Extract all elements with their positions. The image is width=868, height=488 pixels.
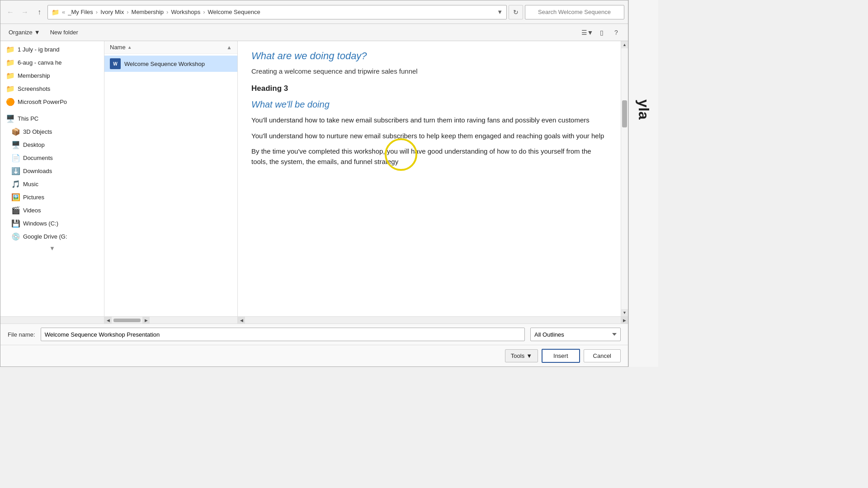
address-folder-icon: 📁 [52,9,59,16]
help-icon: ? [614,29,618,36]
folder-icon-screenshots: 📁 [6,84,15,93]
scroll-down-button[interactable]: ▼ [621,309,628,316]
sidebar-scroll-down[interactable]: ▼ [0,243,104,253]
preview-heading2: What we'll be doing [251,99,607,110]
scroll-thumb-area [621,48,628,309]
sidebar-item-videos[interactable]: 🎬 Videos [0,204,104,217]
sidebar-item-label-july: 1 July - ig brand [18,46,60,53]
pictures-icon: 🖼️ [11,193,20,202]
sidebar-item-label-desktop: Desktop [23,141,45,148]
hscroll-thumb [113,319,141,322]
refresh-button[interactable]: ↻ [509,5,523,19]
sort-arrow-icon: ▲ [127,45,132,50]
search-input[interactable] [525,5,624,19]
preview-pane-icon: ▯ [600,29,604,36]
path-ivory-mix: Ivory Mix [100,9,124,15]
preview-hscroll-right[interactable]: ▶ [621,317,628,324]
sidebar-item-label-windows-c: Windows (C:) [23,220,58,227]
view-options-button[interactable]: ☰ ▼ [581,26,594,39]
sidebar-item-label-downloads: Downloads [23,168,52,174]
sidebar-item-pictures[interactable]: 🖼️ Pictures [0,191,104,204]
column-name-label: Name [110,44,126,51]
sidebar-item-label-3d: 3D Objects [23,128,52,135]
sidebar-item-this-pc[interactable]: 🖥️ This PC [0,112,104,125]
tools-button[interactable]: Tools ▼ [505,349,538,362]
word-icon: W [110,58,121,69]
preview-hscroll-left[interactable]: ◀ [238,317,245,324]
file-panel: Name ▲ ▲ W Welcome Sequence Workshop [104,41,238,316]
filetype-dropdown[interactable]: All Outlines Word Documents All Files [530,328,621,341]
desktop-icon: 🖥️ [11,141,20,149]
folder-icon-july: 📁 [6,45,15,54]
videos-icon: 🎬 [11,206,20,215]
pptx-icon: 🟠 [6,98,15,106]
forward-button[interactable]: → [19,6,31,19]
tools-dropdown-icon: ▼ [526,352,532,359]
drive-icon-google: 💿 [11,232,20,241]
main-area: 📁 1 July - ig brand 📁 6-aug - canva he 📁… [0,41,628,316]
sidebar-item-desktop[interactable]: 🖥️ Desktop [0,138,104,151]
file-panel-scroll-up[interactable]: ▲ [226,44,232,51]
preview-area: What are we doing today? Creating a welc… [238,41,628,316]
sidebar-item-documents[interactable]: 📄 Documents [0,151,104,164]
preview-panel: What are we doing today? Creating a welc… [238,41,621,316]
preview-subtitle: Creating a welcome sequence and tripwire… [251,67,607,75]
downloads-icon: ⬇️ [11,167,20,175]
preview-pane-button[interactable]: ▯ [595,26,608,39]
sidebar-item-july-ig-brand[interactable]: 📁 1 July - ig brand [0,43,104,56]
sidebar-item-label-this-pc: This PC [18,115,38,122]
sidebar-item-downloads[interactable]: ⬇️ Downloads [0,164,104,178]
insert-label: Insert [553,352,568,359]
address-bar[interactable]: 📁 « _My Files › Ivory Mix › Membership ›… [47,5,507,19]
sidebar-item-label-google-drive: Google Drive (G: [23,233,67,240]
file-item-name: Welcome Sequence Workshop [124,61,205,67]
organize-dropdown-icon: ▼ [34,29,40,36]
folder-icon-6aug: 📁 [6,58,15,67]
file-panel-hscroll: ◀ ▶ [104,317,238,324]
back-button[interactable]: ← [4,6,17,19]
insert-button[interactable]: Insert [542,349,580,363]
filename-input[interactable] [41,328,525,341]
sidebar-item-6-aug[interactable]: 📁 6-aug - canva he [0,56,104,69]
sidebar-item-music[interactable]: 🎵 Music [0,178,104,191]
hscroll-right-button[interactable]: ▶ [142,317,150,324]
buttons-row: Tools ▼ Insert Cancel [0,345,628,366]
drive-icon-windows: 💾 [11,219,20,228]
sidebar-item-windows-c[interactable]: 💾 Windows (C:) [0,217,104,230]
sidebar-item-3d-objects[interactable]: 📦 3D Objects [0,125,104,138]
sidebar-item-label-documents: Documents [23,155,53,161]
file-item-welcome-sequence[interactable]: W Welcome Sequence Workshop [104,56,237,72]
new-folder-button[interactable]: New folder [47,27,82,38]
organize-button[interactable]: Organize ▼ [6,27,43,38]
secondary-toolbar: Organize ▼ New folder ☰ ▼ ▯ ? [0,24,628,41]
filename-row: File name: All Outlines Word Documents A… [0,324,628,345]
preview-heading1: What are we doing today? [251,50,607,62]
new-folder-label: New folder [50,29,78,36]
cancel-button[interactable]: Cancel [584,349,621,362]
sidebar-item-powerpoint[interactable]: 🟠 Microsoft PowerPo [0,95,104,108]
help-button[interactable]: ? [610,26,623,39]
search-wrapper: 🔍 [525,5,624,19]
right-edge-panel: yla [628,0,658,367]
preview-scrollbar: ▲ ▼ [621,41,628,316]
documents-icon: 📄 [11,154,20,162]
scroll-up-button[interactable]: ▲ [621,41,628,48]
address-dropdown-icon[interactable]: ▼ [497,9,503,15]
sidebar: 📁 1 July - ig brand 📁 6-aug - canva he 📁… [0,41,104,316]
right-edge-text: yla [635,99,652,119]
sidebar-item-membership[interactable]: 📁 Membership [0,69,104,82]
up-button[interactable]: ↑ [33,6,46,19]
sidebar-scroll-indicator [0,317,104,324]
hscroll-left-button[interactable]: ◀ [104,317,112,324]
cancel-label: Cancel [593,352,611,359]
sidebar-item-label-videos: Videos [23,207,41,214]
scroll-thumb[interactable] [622,100,627,127]
file-panel-header: Name ▲ ▲ [104,41,237,54]
sidebar-item-google-drive[interactable]: 💿 Google Drive (G: [0,230,104,243]
preview-body2: You'll understand how to nurture new ema… [251,131,607,141]
column-name[interactable]: Name ▲ [110,44,132,51]
sidebar-item-screenshots[interactable]: 📁 Screenshots [0,82,104,95]
folder-icon-membership: 📁 [6,71,15,80]
refresh-icon: ↻ [513,9,519,16]
filename-label: File name: [8,331,35,338]
